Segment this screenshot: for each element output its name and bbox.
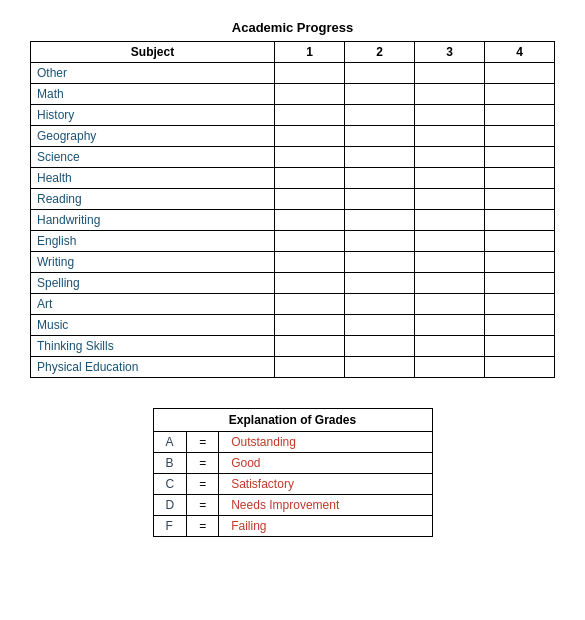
grades-section: Explanation of Grades A=OutstandingB=Goo… bbox=[30, 408, 555, 537]
grade-cell[interactable] bbox=[485, 252, 555, 273]
grade-cell[interactable] bbox=[485, 84, 555, 105]
grade-cell[interactable] bbox=[485, 294, 555, 315]
grade-cell[interactable] bbox=[275, 147, 345, 168]
subject-name: Thinking Skills bbox=[31, 336, 275, 357]
grade-cell[interactable] bbox=[485, 63, 555, 84]
grade-cell[interactable] bbox=[345, 315, 415, 336]
grade-cell[interactable] bbox=[275, 168, 345, 189]
grade-cell[interactable] bbox=[275, 315, 345, 336]
col-1: 1 bbox=[275, 42, 345, 63]
grade-cell[interactable] bbox=[345, 105, 415, 126]
grade-equals: = bbox=[187, 453, 219, 474]
grade-cell[interactable] bbox=[485, 357, 555, 378]
grade-cell[interactable] bbox=[415, 189, 485, 210]
grade-cell[interactable] bbox=[485, 273, 555, 294]
grade-cell[interactable] bbox=[415, 84, 485, 105]
grade-cell[interactable] bbox=[415, 63, 485, 84]
grade-cell[interactable] bbox=[345, 210, 415, 231]
subject-name: Handwriting bbox=[31, 210, 275, 231]
subject-name: History bbox=[31, 105, 275, 126]
grade-cell[interactable] bbox=[275, 231, 345, 252]
grade-cell[interactable] bbox=[275, 252, 345, 273]
grade-description: Good bbox=[219, 453, 432, 474]
grade-cell[interactable] bbox=[415, 210, 485, 231]
table-row: Handwriting bbox=[31, 210, 555, 231]
grade-cell[interactable] bbox=[485, 315, 555, 336]
grade-cell[interactable] bbox=[485, 189, 555, 210]
table-row: Spelling bbox=[31, 273, 555, 294]
grade-row: F=Failing bbox=[153, 516, 432, 537]
subject-name: Science bbox=[31, 147, 275, 168]
grade-cell[interactable] bbox=[275, 63, 345, 84]
grade-equals: = bbox=[187, 516, 219, 537]
progress-table: Subject 1 2 3 4 OtherMathHistoryGeograph… bbox=[30, 41, 555, 378]
table-row: History bbox=[31, 105, 555, 126]
grade-cell[interactable] bbox=[345, 273, 415, 294]
page-title: Academic Progress bbox=[30, 20, 555, 35]
grade-cell[interactable] bbox=[345, 231, 415, 252]
table-row: English bbox=[31, 231, 555, 252]
grade-cell[interactable] bbox=[415, 294, 485, 315]
grade-cell[interactable] bbox=[275, 126, 345, 147]
subject-name: Reading bbox=[31, 189, 275, 210]
grade-cell[interactable] bbox=[485, 126, 555, 147]
grade-cell[interactable] bbox=[275, 189, 345, 210]
grade-description: Outstanding bbox=[219, 432, 432, 453]
subject-name: Music bbox=[31, 315, 275, 336]
grade-cell[interactable] bbox=[415, 147, 485, 168]
grade-cell[interactable] bbox=[485, 105, 555, 126]
grade-cell[interactable] bbox=[485, 336, 555, 357]
table-row: Art bbox=[31, 294, 555, 315]
subject-name: Health bbox=[31, 168, 275, 189]
grade-cell[interactable] bbox=[345, 294, 415, 315]
grade-cell[interactable] bbox=[415, 105, 485, 126]
grade-cell[interactable] bbox=[345, 252, 415, 273]
grade-cell[interactable] bbox=[415, 252, 485, 273]
grade-letter: D bbox=[153, 495, 187, 516]
grade-row: A=Outstanding bbox=[153, 432, 432, 453]
subject-name: Art bbox=[31, 294, 275, 315]
subject-name: Math bbox=[31, 84, 275, 105]
grade-cell[interactable] bbox=[415, 273, 485, 294]
grade-cell[interactable] bbox=[275, 105, 345, 126]
grade-cell[interactable] bbox=[275, 210, 345, 231]
grade-cell[interactable] bbox=[275, 336, 345, 357]
grade-cell[interactable] bbox=[415, 336, 485, 357]
subject-name: Physical Education bbox=[31, 357, 275, 378]
grade-cell[interactable] bbox=[415, 357, 485, 378]
grade-cell[interactable] bbox=[345, 147, 415, 168]
grade-row: D=Needs Improvement bbox=[153, 495, 432, 516]
grades-title: Explanation of Grades bbox=[153, 409, 432, 432]
grade-cell[interactable] bbox=[345, 336, 415, 357]
grade-cell[interactable] bbox=[415, 231, 485, 252]
table-row: Writing bbox=[31, 252, 555, 273]
grade-cell[interactable] bbox=[485, 147, 555, 168]
grade-cell[interactable] bbox=[345, 168, 415, 189]
grade-cell[interactable] bbox=[345, 126, 415, 147]
grade-cell[interactable] bbox=[485, 168, 555, 189]
table-row: Other bbox=[31, 63, 555, 84]
grade-cell[interactable] bbox=[275, 84, 345, 105]
grade-cell[interactable] bbox=[275, 273, 345, 294]
grade-cell[interactable] bbox=[485, 210, 555, 231]
grades-table: Explanation of Grades A=OutstandingB=Goo… bbox=[153, 408, 433, 537]
grade-equals: = bbox=[187, 474, 219, 495]
grade-cell[interactable] bbox=[415, 315, 485, 336]
grade-cell[interactable] bbox=[485, 231, 555, 252]
grade-cell[interactable] bbox=[345, 84, 415, 105]
grade-cell[interactable] bbox=[415, 126, 485, 147]
grade-cell[interactable] bbox=[275, 357, 345, 378]
grade-letter: F bbox=[153, 516, 187, 537]
grade-letter: B bbox=[153, 453, 187, 474]
grade-cell[interactable] bbox=[345, 63, 415, 84]
grade-cell[interactable] bbox=[415, 168, 485, 189]
grade-description: Needs Improvement bbox=[219, 495, 432, 516]
col-2: 2 bbox=[345, 42, 415, 63]
table-row: Physical Education bbox=[31, 357, 555, 378]
grade-cell[interactable] bbox=[275, 294, 345, 315]
grade-cell[interactable] bbox=[345, 357, 415, 378]
grade-equals: = bbox=[187, 432, 219, 453]
grade-letter: C bbox=[153, 474, 187, 495]
grade-cell[interactable] bbox=[345, 189, 415, 210]
table-row: Geography bbox=[31, 126, 555, 147]
